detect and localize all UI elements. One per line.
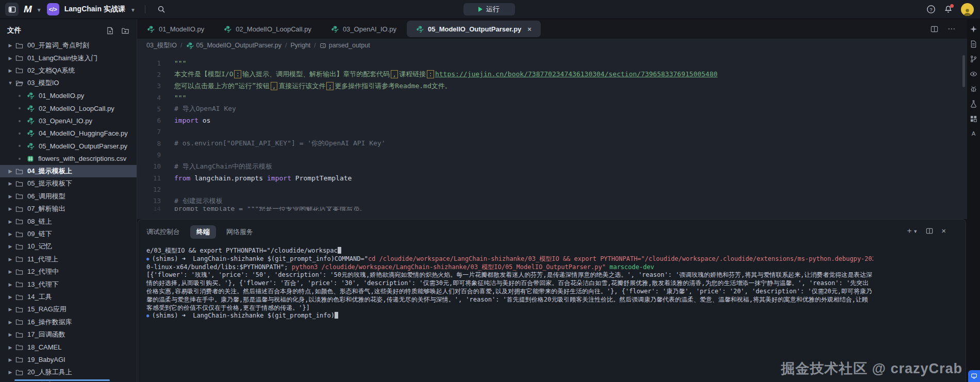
- split-editor-icon[interactable]: [931, 25, 938, 33]
- marscode-logo[interactable]: M: [24, 4, 31, 15]
- chevron-right-icon[interactable]: ▶: [7, 206, 13, 211]
- tab-02_ModelIO_LoopCall.py[interactable]: 02_ModelIO_LoopCall.py: [214, 21, 321, 37]
- chevron-right-icon[interactable]: ▶: [7, 231, 13, 237]
- chevron-right-icon[interactable]: ▶: [7, 282, 13, 287]
- logo-chevron-down-icon[interactable]: ▼: [37, 7, 42, 13]
- breadcrumb-item[interactable]: 05_ModelIO_OutputParser.py: [186, 42, 281, 49]
- chevron-right-icon[interactable]: ▶: [7, 269, 13, 274]
- tree-item-19_BabyAGI[interactable]: ▶ 19_BabyAGI: [0, 354, 137, 366]
- line-number: 9: [137, 151, 161, 159]
- chevron-right-icon[interactable]: ▶: [7, 257, 13, 262]
- notifications-bell-icon[interactable]: [944, 5, 953, 14]
- chevron-right-icon[interactable]: ▶: [7, 244, 13, 249]
- tree-item-10_记忆[interactable]: ▶ 10_记忆: [0, 240, 137, 253]
- chevron-right-icon[interactable]: ▶: [7, 294, 13, 300]
- tree-item-16_操作数据库[interactable]: ▶ 16_操作数据库: [0, 316, 137, 328]
- tree-item-00_开篇词_奇点时刻[interactable]: ▶ 00_开篇词_奇点时刻: [0, 39, 137, 52]
- top-bar: M ▼ </> LangChain 实战课 ▼ 运行 ?: [0, 0, 980, 19]
- tree-item-flowers_with_descriptions.csv[interactable]: flowers_with_descriptions.csv: [0, 153, 137, 165]
- panel-tab-终端[interactable]: 终端: [190, 225, 216, 239]
- chevron-right-icon[interactable]: ▶: [7, 169, 13, 174]
- run-button[interactable]: 运行: [463, 3, 515, 15]
- line-number: 13: [137, 197, 161, 205]
- tab-03_OpenAI_IO.py[interactable]: 03_OpenAI_IO.py: [322, 21, 406, 37]
- tree-item-02_ModelIO_LoopCall.py[interactable]: 02_ModelIO_LoopCall.py: [0, 102, 137, 114]
- tree-item-04_提示模板上[interactable]: ▶ 04_提示模板上: [0, 165, 137, 177]
- project-chevron-down-icon[interactable]: ▼: [130, 7, 136, 13]
- search-icon[interactable]: [155, 3, 168, 16]
- debug-bug-icon[interactable]: [970, 85, 977, 93]
- tree-item-12_代理中[interactable]: ▶ 12_代理中: [0, 265, 137, 278]
- tree-item-03_OpenAI_IO.py[interactable]: 03_OpenAI_IO.py: [0, 114, 137, 127]
- tab-05_ModelIO_OutputParser.py[interactable]: 05_ModelIO_OutputParser.py×: [407, 21, 541, 37]
- breadcrumb-item[interactable]: Pyright: [290, 42, 310, 49]
- chevron-down-icon[interactable]: ▼: [7, 80, 13, 86]
- chevron-right-icon[interactable]: ▶: [7, 345, 13, 350]
- chevron-right-icon[interactable]: ▶: [7, 357, 13, 362]
- chevron-right-icon[interactable]: ▶: [7, 194, 13, 199]
- tree-item-02_文档QA系统[interactable]: ▶ 02_文档QA系统: [0, 64, 137, 77]
- chevron-right-icon[interactable]: ▶: [7, 43, 13, 48]
- terminal-output[interactable]: e/03_模型IO && export PYTHONPATH="/cloudid…: [138, 242, 966, 320]
- tree-item-01_ModelIO.py[interactable]: 01_ModelIO.py: [0, 90, 137, 102]
- tree-item-04_ModelIO_HuggingFace.py[interactable]: 04_ModelIO_HuggingFace.py: [0, 127, 137, 140]
- more-actions-icon[interactable]: ⋯: [948, 24, 956, 34]
- tree-item-11_代理上[interactable]: ▶ 11_代理上: [0, 253, 137, 265]
- git-branch-icon[interactable]: [970, 55, 977, 63]
- chevron-right-icon[interactable]: ▶: [7, 307, 13, 312]
- tree-item-08_链上[interactable]: ▶ 08_链上: [0, 215, 137, 227]
- tree-item-07_解析输出[interactable]: ▶ 07_解析输出: [0, 203, 137, 215]
- close-tab-icon[interactable]: ×: [527, 25, 531, 33]
- chevron-right-icon[interactable]: ▶: [7, 219, 13, 224]
- new-terminal-icon[interactable]: ＋▼: [905, 226, 918, 236]
- tree-item-05_ModelIO_OutputParser.py[interactable]: 05_ModelIO_OutputParser.py: [0, 140, 137, 152]
- tree-item-label: 14_工具: [27, 292, 52, 302]
- tree-item-09_链下[interactable]: ▶ 09_链下: [0, 228, 137, 240]
- python-file-icon: [224, 25, 231, 33]
- language-a-icon[interactable]: A: [970, 130, 977, 138]
- code-line: 7: [137, 126, 967, 138]
- project-name[interactable]: LangChain 实战课: [64, 5, 125, 14]
- ai-sparkle-icon[interactable]: [970, 25, 977, 33]
- document-icon[interactable]: [970, 40, 977, 48]
- chevron-right-icon[interactable]: ▶: [7, 332, 13, 337]
- chevron-right-icon[interactable]: ▶: [7, 320, 13, 325]
- split-terminal-icon[interactable]: [926, 227, 933, 235]
- close-panel-icon[interactable]: ×: [941, 226, 946, 235]
- tree-item-05_提示模板下[interactable]: ▶ 05_提示模板下: [0, 177, 137, 190]
- breadcrumb-item[interactable]: parsed_output: [320, 42, 370, 49]
- avatar[interactable]: [961, 3, 974, 16]
- code-editor[interactable]: 1"""2本文件是【模型I/O:输入提示、调用模型、解析输出】章节的配套代码,课…: [137, 52, 967, 219]
- tree-item-06_调用模型[interactable]: ▶ 06_调用模型: [0, 190, 137, 203]
- tree-item-14_工具[interactable]: ▶ 14_工具: [0, 291, 137, 303]
- test-beaker-icon[interactable]: [970, 100, 977, 108]
- breadcrumb-label: Pyright: [290, 42, 310, 49]
- extensions-grid-icon[interactable]: [970, 115, 977, 123]
- sidebar-toggle-icon[interactable]: [5, 3, 19, 16]
- tree-item-17_回调函数[interactable]: ▶ 17_回调函数: [0, 328, 137, 341]
- tree-item-15_RAG应用[interactable]: ▶ 15_RAG应用: [0, 303, 137, 315]
- tree-item-03_模型IO[interactable]: ▼ 03_模型IO: [0, 77, 137, 89]
- chevron-right-icon[interactable]: ▶: [7, 56, 13, 61]
- tree-item-18_CAMEL[interactable]: ▶ 18_CAMEL: [0, 341, 137, 353]
- editor-vertical-scrollbar[interactable]: [962, 55, 965, 87]
- project-icon: </>: [47, 3, 59, 15]
- breadcrumb-item[interactable]: 03_模型IO: [146, 41, 177, 50]
- tree-item-label: 05_提示模板下: [27, 179, 72, 188]
- sidebar-horizontal-scrollbar[interactable]: [14, 379, 110, 381]
- new-file-icon[interactable]: [106, 27, 114, 35]
- panel-tab-调试控制台[interactable]: 调试控制台: [146, 227, 180, 237]
- panel-tab-网络服务[interactable]: 网络服务: [226, 227, 253, 237]
- chevron-right-icon[interactable]: ▶: [7, 68, 13, 73]
- chevron-right-icon[interactable]: ▶: [7, 181, 13, 186]
- chevron-right-icon[interactable]: ▶: [7, 370, 13, 375]
- assistant-corner-widget[interactable]: [968, 370, 980, 382]
- tree-item-20_人脉工具上[interactable]: ▶ 20_人脉工具上: [0, 366, 137, 378]
- tree-item-13_代理下[interactable]: ▶ 13_代理下: [0, 278, 137, 290]
- tab-01_ModelIO.py[interactable]: 01_ModelIO.py: [138, 21, 213, 37]
- tree-item-01_LangChain快速入门[interactable]: ▶ 01_LangChain快速入门: [0, 52, 137, 64]
- new-folder-icon[interactable]: [121, 27, 129, 35]
- preview-eye-icon[interactable]: [970, 70, 977, 78]
- line-number: 8: [137, 140, 161, 147]
- help-icon[interactable]: ?: [926, 5, 936, 14]
